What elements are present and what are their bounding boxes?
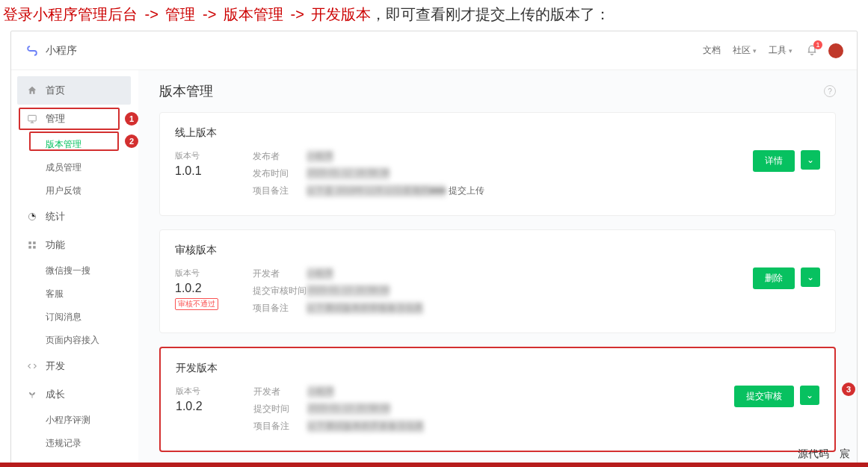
sidebar-sub-members[interactable]: 成员管理 (17, 156, 131, 179)
review-developer: 小程序 (307, 267, 333, 280)
pie-chart-icon (26, 211, 38, 223)
version-key: 版本号 (175, 267, 235, 279)
dev-card-title: 开发版本 (176, 362, 819, 375)
sidebar-sub-pageconn[interactable]: 页面内容接入 (17, 329, 131, 352)
version-key: 版本号 (176, 386, 236, 397)
review-status-badge: 审核不通过 (175, 298, 218, 310)
chevron-down-icon: ▾ (753, 47, 757, 55)
growth-icon (26, 389, 38, 400)
avatar[interactable] (828, 43, 843, 58)
callout-2: 2 (125, 134, 138, 148)
sidebar-develop-label: 开发 (46, 359, 65, 373)
sidebar-stats-label: 统计 (46, 210, 65, 223)
callout-3: 3 (842, 383, 855, 396)
online-pubtime: 2020-01-12 16:58:36 (307, 167, 390, 180)
sidebar-item-develop[interactable]: 开发 (17, 352, 131, 380)
sidebar-sub-feedback[interactable]: 用户反馈 (17, 179, 131, 202)
home-icon (26, 84, 38, 96)
sidebar: 首页 管理 版本管理 成员管理 用户反馈 统计 功能 微信搜一搜 客服 订阅消息… (11, 70, 138, 467)
sidebar-growth-label: 成长 (46, 388, 65, 401)
code-icon (26, 360, 38, 372)
online-detail-button[interactable]: 详情 (753, 150, 795, 172)
dev-developer: 小程序 (307, 386, 334, 398)
monitor-icon (26, 113, 38, 125)
svg-rect-2 (28, 241, 31, 244)
version-key: 版本号 (175, 150, 235, 161)
svg-rect-3 (33, 241, 36, 244)
app-name: 小程序 (46, 44, 77, 58)
review-version-card: 审核版本 版本号 1.0.2 审核不通过 开发者小程序 提交审核时间2020-0… (159, 229, 836, 333)
callout-1: 1 (125, 112, 138, 126)
notif-badge: 1 (813, 40, 822, 49)
sidebar-home-label: 首页 (46, 84, 65, 97)
dev-more-button[interactable]: ⌄ (800, 386, 819, 405)
topbar-community-link[interactable]: 社区▾ (733, 44, 757, 57)
review-delete-button[interactable]: 删除 (753, 267, 795, 289)
review-remark: 以下测试版本的审核备注信息 (307, 302, 423, 315)
sidebar-item-home[interactable]: 首页 (17, 76, 131, 105)
topbar-tools-link[interactable]: 工具▾ (769, 44, 792, 57)
main-content: 版本管理 ? 线上版本 版本号 1.0.1 发布者小程序 发布时间2020-01… (138, 70, 857, 467)
sidebar-features-label: 功能 (46, 238, 65, 252)
dev-submit-review-button[interactable]: 提交审核 (734, 386, 794, 407)
sidebar-sub-violation[interactable]: 违规记录 (17, 432, 131, 455)
notifications-button[interactable]: 1 (806, 43, 818, 58)
svg-rect-5 (33, 246, 36, 249)
review-card-title: 审核版本 (175, 244, 820, 257)
sidebar-item-features[interactable]: 功能 (17, 231, 131, 259)
chevron-down-icon: ⌄ (807, 272, 814, 282)
topbar-docs-link[interactable]: 文档 (703, 44, 721, 57)
svg-rect-0 (28, 115, 37, 121)
dev-version-number: 1.0.2 (176, 400, 236, 413)
online-publisher: 小程序 (307, 150, 333, 163)
online-remark-suffix: 提交上传 (449, 185, 484, 196)
help-icon[interactable]: ? (824, 85, 836, 97)
dev-remark: 以下测试版本的开发备注信息 (307, 420, 424, 433)
online-version-card: 线上版本 版本号 1.0.1 发布者小程序 发布时间2020-01-12 16:… (159, 112, 836, 216)
sidebar-item-stats[interactable]: 统计 (17, 202, 131, 231)
grid-icon (26, 239, 38, 251)
sidebar-item-manage[interactable]: 管理 (17, 105, 131, 133)
chevron-down-icon: ⌄ (807, 155, 814, 165)
app-window: 小程序 文档 社区▾ 工具▾ 1 首页 管理 版本管理 成员管理 用户反馈 (10, 31, 858, 467)
sidebar-sub-submsg[interactable]: 订阅消息 (17, 306, 131, 329)
online-card-title: 线上版本 (175, 126, 820, 140)
svg-rect-4 (28, 246, 31, 249)
topbar: 小程序 文档 社区▾ 工具▾ 1 (11, 31, 857, 70)
miniprogram-logo-icon (25, 43, 40, 58)
sidebar-item-growth[interactable]: 成长 (17, 380, 131, 409)
review-more-button[interactable]: ⌄ (801, 267, 820, 287)
review-time: 2020-01-13 20:58:00 (307, 285, 390, 297)
sidebar-sub-search[interactable]: 微信搜一搜 (17, 259, 131, 282)
dev-submittime: 2020-01-13 20:58:00 (307, 403, 390, 415)
footer-credit: 源代码 宸 (798, 448, 850, 461)
chevron-down-icon: ▾ (789, 47, 792, 55)
online-version-number: 1.0.1 (175, 164, 235, 178)
review-version-number: 1.0.2 (175, 282, 235, 295)
sidebar-sub-version[interactable]: 版本管理 (17, 133, 131, 156)
dev-version-card: 开发版本 版本号 1.0.2 开发者小程序 提交时间2020-01-13 20:… (159, 347, 836, 452)
footer-decorative-bar (0, 463, 868, 467)
online-more-button[interactable]: ⌄ (801, 150, 820, 170)
sidebar-sub-csr[interactable]: 客服 (17, 282, 131, 306)
page-title: 版本管理 (159, 82, 824, 100)
chevron-down-icon: ⌄ (806, 390, 813, 400)
sidebar-manage-label: 管理 (46, 112, 65, 126)
instruction-text: 登录小程序管理后台 -> 管理 -> 版本管理 -> 开发版本，即可查看刚才提交… (0, 0, 868, 31)
sidebar-sub-eval[interactable]: 小程序评测 (17, 409, 131, 432)
